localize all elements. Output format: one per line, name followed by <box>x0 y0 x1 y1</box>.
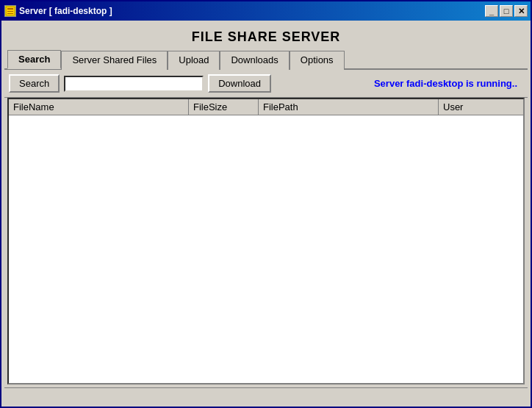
file-list-panel: FileName FileSize FilePath User <box>7 98 525 384</box>
maximize-button[interactable]: □ <box>500 5 513 17</box>
window-icon <box>4 5 16 17</box>
window-content: FILE SHARE SERVER Search Server Shared F… <box>1 21 531 407</box>
title-bar: Server [ fadi-desktop ] _ □ ✕ <box>1 1 531 21</box>
tab-options[interactable]: Options <box>290 51 345 70</box>
window-title: Server [ fadi-desktop ] <box>19 6 112 16</box>
svg-rect-2 <box>7 11 13 12</box>
search-input[interactable] <box>64 76 204 92</box>
tab-server-shared-files[interactable]: Server Shared Files <box>61 51 168 70</box>
page-title: FILE SHARE SERVER <box>4 24 528 49</box>
title-bar-buttons: _ □ ✕ <box>485 5 528 17</box>
table-body <box>9 115 523 383</box>
svg-rect-3 <box>7 13 13 14</box>
status-bar <box>4 387 528 404</box>
toolbar-left: Search Download <box>9 74 370 93</box>
col-filepath: FilePath <box>259 99 439 115</box>
col-user: User <box>439 99 523 115</box>
svg-rect-1 <box>7 8 13 10</box>
tab-downloads[interactable]: Downloads <box>220 51 289 70</box>
close-button[interactable]: ✕ <box>514 5 528 17</box>
main-window: Server [ fadi-desktop ] _ □ ✕ FILE SHARE… <box>0 0 532 408</box>
toolbar: Search Download Server fadi-desktop is r… <box>4 70 528 98</box>
tab-bar: Search Server Shared Files Upload Downlo… <box>4 49 528 70</box>
table-header: FileName FileSize FilePath User <box>9 99 523 115</box>
tab-upload[interactable]: Upload <box>168 51 220 70</box>
title-bar-left: Server [ fadi-desktop ] <box>4 5 112 17</box>
col-filename: FileName <box>9 99 189 115</box>
download-button[interactable]: Download <box>208 74 271 93</box>
tab-search[interactable]: Search <box>7 50 61 69</box>
search-button[interactable]: Search <box>9 74 60 93</box>
minimize-button[interactable]: _ <box>485 5 498 17</box>
server-status: Server fadi-desktop is running.. <box>374 78 523 89</box>
col-filesize: FileSize <box>189 99 259 115</box>
